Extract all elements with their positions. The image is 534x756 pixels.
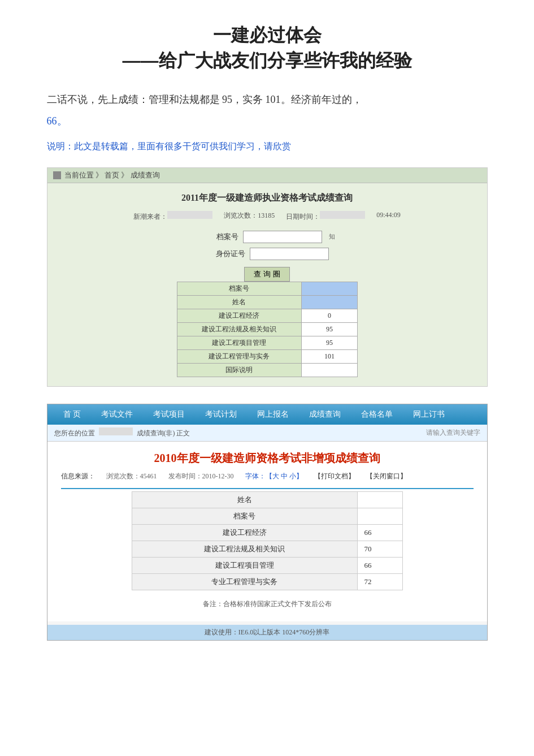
- table-row: 建设工程项目管理95: [177, 336, 357, 349]
- cell-label: 国际说明: [177, 363, 302, 377]
- cell-label: 建设工程项目管理: [132, 557, 357, 573]
- table-row: 建设工程经济66: [132, 524, 402, 541]
- nav-item[interactable]: 考试计划: [195, 409, 247, 420]
- meta-time: 09:44:09: [376, 211, 401, 222]
- hint-query: 知: [329, 232, 335, 241]
- nav-item[interactable]: 网上订书: [403, 409, 455, 420]
- breadcrumb-bar-2010: 您所在的位置 成绩查询(非) 正文 请输入查询关键字: [47, 425, 487, 442]
- cell-value: 95: [302, 336, 357, 349]
- cell-value: 95: [302, 322, 357, 336]
- page-container: 一建必过体会 ——给广大战友们分享些许我的经验 二话不说，先上成绩：管理和法规都…: [13, 0, 522, 675]
- intro-text: 二话不说，先上成绩：管理和法规都是 95，实务 101。经济前年过的，: [47, 90, 488, 109]
- divider-line: [61, 488, 474, 489]
- note-text: 说明：此文是转载篇，里面有很多干货可供我们学习，请欣赏: [47, 139, 488, 154]
- nav-item[interactable]: 成绩查询: [299, 409, 351, 420]
- table-row: 档案号: [177, 282, 357, 295]
- meta-print[interactable]: 【打印文档】: [314, 472, 355, 481]
- score-panel-2011: 当前位置 》 首页 》 成绩查询 2011年度一级建造师执业资格考试成绩查询 新…: [47, 167, 488, 387]
- cell-label: 建设工程经济: [177, 309, 302, 322]
- home-icon: [53, 171, 61, 179]
- result-table-2010: 姓名档案号建设工程经济66建设工程法规及相关知识70建设工程项目管理66专业工程…: [132, 491, 403, 590]
- label-archiveno: 档案号: [199, 232, 238, 242]
- query-button-2011[interactable]: 查 询 圈: [244, 267, 289, 282]
- table-row: 建设工程法规及相关知识70: [132, 541, 402, 557]
- cell-label: 建设工程法规及相关知识: [132, 541, 357, 557]
- panel-inner-2010: 2010年度一级建造师资格考试非增项成绩查询 信息来源： 浏览次数：45461 …: [47, 442, 487, 621]
- cell-value: 66: [357, 557, 402, 573]
- score-panel-2010: 首 页考试文件考试项目考试计划网上报名成绩查询合格名单网上订书 您所在的位置 成…: [47, 404, 488, 641]
- cell-label: 建设工程法规及相关知识: [177, 322, 302, 336]
- meta-count-2010: 浏览次数：45461: [106, 472, 157, 481]
- cell-value: 70: [357, 541, 402, 557]
- cell-label: 建设工程项目管理: [177, 336, 302, 349]
- nav-item[interactable]: 考试项目: [143, 409, 195, 420]
- table-row: 国际说明: [177, 363, 357, 377]
- cell-label: 专业工程管理与实务: [132, 573, 357, 590]
- cell-label: 档案号: [177, 282, 302, 295]
- cell-value: [302, 295, 357, 309]
- cell-label: 建设工程经济: [132, 524, 357, 541]
- table-row: 专业工程管理与实务72: [132, 573, 402, 590]
- cell-label: 姓名: [177, 295, 302, 309]
- meta-user: 新潮来者：: [133, 211, 212, 222]
- meta-font[interactable]: 字体：【大 中 小】: [245, 472, 303, 481]
- input-archiveno[interactable]: [243, 231, 322, 243]
- remark-2010: 备注：合格标准待国家正式文件下发后公布: [61, 596, 474, 612]
- panel-title-2011: 2011年度一级建造师执业资格考试成绩查询: [59, 192, 476, 204]
- meta-date-2010: 发布时间：2010-12-30: [168, 472, 234, 481]
- cell-label: 姓名: [132, 491, 357, 508]
- nav-item[interactable]: 合格名单: [351, 409, 403, 420]
- main-title: 一建必过体会 ——给广大战友们分享些许我的经验: [47, 23, 488, 74]
- meta-count: 浏览次数：13185: [224, 211, 275, 222]
- form-area-2011: 档案号 知 身份证号 查 询 圈: [59, 231, 476, 282]
- cell-label: 档案号: [132, 508, 357, 524]
- table-row: 建设工程管理与实务101: [177, 349, 357, 363]
- breadcrumb-2011: 当前位置 》 首页 》 成绩查询: [64, 170, 160, 180]
- table-row: 姓名: [177, 295, 357, 309]
- nav-item[interactable]: 首 页: [53, 409, 92, 420]
- cell-value: [357, 491, 402, 508]
- meta-row-2011: 新潮来者： 浏览次数：13185 日期时间： 09:44:09: [59, 211, 476, 222]
- search-hint-2010: 请输入查询关键字: [426, 428, 480, 438]
- result-table-2011: 档案号姓名建设工程经济0建设工程法规及相关知识95建设工程项目管理95建设工程管…: [177, 282, 358, 377]
- table-row: 建设工程经济0: [177, 309, 357, 322]
- form-row-archive: 档案号 知: [199, 231, 335, 243]
- topbar-2011: 当前位置 》 首页 》 成绩查询: [47, 168, 487, 183]
- cell-value: 72: [357, 573, 402, 590]
- panel-title-2010: 2010年度一级建造师资格考试非增项成绩查询: [61, 451, 474, 466]
- table-row: 建设工程法规及相关知识95: [177, 322, 357, 336]
- meta-source-label: 信息来源：: [61, 472, 95, 481]
- nav-bar-2010: 首 页考试文件考试项目考试计划网上报名成绩查询合格名单网上订书: [47, 404, 487, 425]
- meta-date: 日期时间：: [286, 211, 365, 222]
- cell-value: 101: [302, 349, 357, 363]
- panel-content-2011: 2011年度一级建造师执业资格考试成绩查询 新潮来者： 浏览次数：13185 日…: [47, 183, 487, 386]
- table-row: 建设工程项目管理66: [132, 557, 402, 573]
- table-row: 档案号: [132, 508, 402, 524]
- cell-value: 66: [357, 524, 402, 541]
- cell-value: [302, 282, 357, 295]
- cell-value: [357, 508, 402, 524]
- input-idcard[interactable]: [250, 248, 329, 260]
- table-row: 姓名: [132, 491, 402, 508]
- form-row-idcard: 身份证号: [206, 248, 329, 260]
- intro-number: 66。: [47, 114, 488, 128]
- cell-label: 建设工程管理与实务: [177, 349, 302, 363]
- nav-item[interactable]: 网上报名: [247, 409, 299, 420]
- breadcrumb-left-2010: 您所在的位置 成绩查询(非) 正文: [54, 427, 190, 438]
- cell-value: 0: [302, 309, 357, 322]
- label-idcard: 身份证号: [206, 249, 245, 259]
- cell-value: [302, 363, 357, 377]
- meta-close[interactable]: 【关闭窗口】: [366, 472, 407, 481]
- nav-item[interactable]: 考试文件: [91, 409, 143, 420]
- footer-bar-2010: 建议使用：IE6.0以上版本 1024*760分辨率: [47, 625, 487, 640]
- meta-row-2010: 信息来源： 浏览次数：45461 发布时间：2010-12-30 字体：【大 中…: [61, 472, 474, 481]
